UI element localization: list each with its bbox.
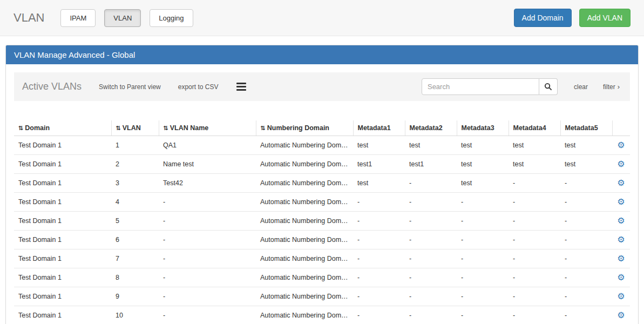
cell-numbering-domain: Automatic Numbering Doma…	[256, 155, 353, 174]
cell-vlan-name: Name test	[159, 155, 256, 174]
cell-actions: ⚙	[612, 268, 630, 287]
nav-button-ipam[interactable]: IPAM	[60, 9, 96, 27]
cell-vlan: 2	[111, 155, 159, 174]
sort-icon: ⇅	[164, 125, 168, 131]
add-vlan-button[interactable]: Add VLAN	[579, 9, 631, 27]
cell-metadata1: test	[353, 136, 405, 155]
row-settings-gear-icon[interactable]: ⚙	[617, 140, 625, 150]
cell-vlan-name: Test42	[159, 174, 256, 193]
cell-metadata1: -	[353, 268, 405, 287]
cell-vlan: 3	[111, 174, 159, 193]
cell-metadata5: test	[560, 155, 612, 174]
cell-metadata3: -	[457, 193, 509, 212]
column-header-vlan-name[interactable]: ⇅VLAN Name	[159, 120, 256, 136]
column-header-label: Metadata2	[410, 124, 443, 132]
cell-metadata4: -	[509, 249, 560, 268]
sort-icon: ⇅	[18, 125, 23, 131]
row-settings-gear-icon[interactable]: ⚙	[617, 272, 625, 282]
column-header-metadata3[interactable]: Metadata3	[457, 120, 509, 136]
cell-numbering-domain: Automatic Numbering Doma…	[256, 212, 353, 231]
column-header-numbering-domain[interactable]: ⇅Numbering Domain	[256, 120, 353, 136]
cell-domain: Test Domain 1	[14, 174, 111, 193]
cell-domain: Test Domain 1	[14, 212, 111, 231]
column-header-metadata2[interactable]: Metadata2	[405, 120, 457, 136]
column-header-label: Numbering Domain	[267, 124, 329, 132]
cell-domain: Test Domain 1	[14, 306, 111, 324]
table-header-row: ⇅Domain ⇅VLAN ⇅VLAN Name ⇅Numbering Doma…	[14, 120, 630, 136]
cell-numbering-domain: Automatic Numbering Doma…	[256, 249, 353, 268]
switch-parent-view-link[interactable]: Switch to Parent view	[99, 83, 161, 91]
row-settings-gear-icon[interactable]: ⚙	[617, 159, 625, 169]
row-settings-gear-icon[interactable]: ⚙	[617, 310, 625, 320]
column-header-label: Domain	[25, 124, 50, 132]
cell-metadata3: -	[457, 287, 509, 306]
cell-metadata2: -	[405, 268, 457, 287]
row-settings-gear-icon[interactable]: ⚙	[617, 178, 625, 188]
row-settings-gear-icon[interactable]: ⚙	[617, 215, 625, 226]
cell-metadata5: -	[560, 212, 612, 231]
cell-metadata5: -	[560, 287, 612, 306]
column-header-vlan[interactable]: ⇅VLAN	[111, 120, 159, 136]
cell-metadata1: -	[353, 193, 405, 212]
cell-metadata4: test	[509, 155, 560, 174]
page-title: VLAN	[13, 11, 44, 25]
search-button[interactable]	[539, 78, 558, 95]
row-settings-gear-icon[interactable]: ⚙	[617, 291, 625, 301]
nav-button-logging[interactable]: Logging	[150, 9, 193, 27]
cell-metadata5: -	[560, 193, 612, 212]
filter-link[interactable]: filter›	[603, 83, 620, 91]
cell-metadata1: -	[353, 212, 405, 231]
column-header-metadata5[interactable]: Metadata5	[560, 120, 612, 136]
cell-domain: Test Domain 1	[14, 231, 111, 249]
column-header-domain[interactable]: ⇅Domain	[14, 120, 111, 136]
cell-actions: ⚙	[612, 249, 630, 268]
cell-vlan-name: -	[159, 249, 256, 268]
row-settings-gear-icon[interactable]: ⚙	[617, 234, 625, 245]
nav-button-vlan[interactable]: VLAN	[104, 9, 141, 27]
table-row: Test Domain 1 10 - Automatic Numbering D…	[14, 306, 630, 324]
table-row: Test Domain 1 2 Name test Automatic Numb…	[14, 155, 630, 174]
cell-metadata2: -	[405, 193, 457, 212]
table-row: Test Domain 1 6 - Automatic Numbering Do…	[14, 231, 630, 249]
table-row: Test Domain 1 9 - Automatic Numbering Do…	[14, 287, 630, 306]
cell-vlan-name: -	[159, 231, 256, 249]
cell-metadata3: -	[457, 268, 509, 287]
table-row: Test Domain 1 8 - Automatic Numbering Do…	[14, 268, 630, 287]
cell-metadata2: -	[405, 287, 457, 306]
search-input[interactable]	[422, 78, 539, 95]
cell-metadata1: -	[353, 306, 405, 324]
cell-metadata4: -	[509, 174, 560, 193]
cell-actions: ⚙	[612, 212, 630, 231]
cell-metadata5: -	[560, 174, 612, 193]
cell-numbering-domain: Automatic Numbering Doma…	[256, 287, 353, 306]
column-header-metadata4[interactable]: Metadata4	[509, 120, 560, 136]
cell-domain: Test Domain 1	[14, 287, 111, 306]
cell-vlan: 5	[111, 212, 159, 231]
column-header-metadata1[interactable]: Metadata1	[353, 120, 405, 136]
add-domain-button[interactable]: Add Domain	[514, 9, 572, 27]
cell-numbering-domain: Automatic Numbering Doma…	[256, 268, 353, 287]
cell-domain: Test Domain 1	[14, 249, 111, 268]
cell-vlan-name: -	[159, 287, 256, 306]
cell-metadata3: test	[457, 174, 509, 193]
cell-metadata3: -	[457, 212, 509, 231]
panel-heading: VLAN Manage Advanced - Global	[6, 45, 638, 64]
table-row: Test Domain 1 1 QA1 Automatic Numbering …	[14, 136, 630, 155]
columns-menu-icon[interactable]	[235, 80, 247, 93]
table-row: Test Domain 1 7 - Automatic Numbering Do…	[14, 249, 630, 268]
cell-metadata5: -	[560, 231, 612, 249]
cell-metadata2: -	[405, 174, 457, 193]
cell-vlan: 10	[111, 306, 159, 324]
search-icon	[544, 83, 552, 91]
export-csv-link[interactable]: export to CSV	[178, 83, 219, 91]
column-header-label: Metadata5	[565, 124, 598, 132]
filter-label: filter	[603, 83, 615, 91]
row-settings-gear-icon[interactable]: ⚙	[617, 197, 625, 207]
cell-metadata1: test	[353, 174, 405, 193]
cell-actions: ⚙	[612, 193, 630, 212]
clear-link[interactable]: clear	[574, 83, 588, 91]
cell-metadata4: -	[509, 306, 560, 324]
row-settings-gear-icon[interactable]: ⚙	[617, 253, 625, 264]
cell-metadata1: -	[353, 287, 405, 306]
column-header-label: VLAN	[123, 124, 141, 132]
